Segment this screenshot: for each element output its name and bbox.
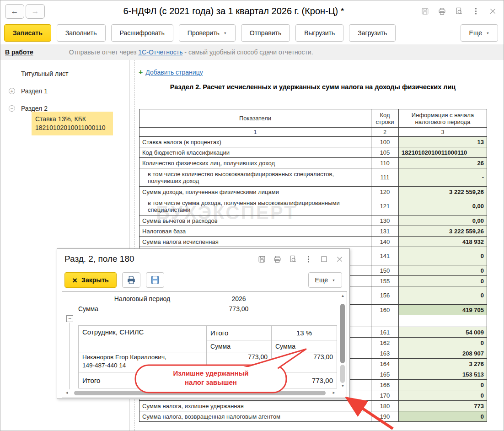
table-row-110[interactable]: Количество физических лиц, получивших до… <box>139 158 487 168</box>
table-row-105[interactable]: Код бюджетной классификации1051821010201… <box>139 147 487 158</box>
close-button[interactable]: × Закрыть <box>64 272 117 288</box>
forward-button[interactable]: → <box>26 4 45 19</box>
col-num-3: 3 <box>399 128 487 137</box>
vertical-scroll-thumb[interactable] <box>340 304 345 363</box>
collapse-icon[interactable]: − <box>9 105 15 112</box>
toolbar-button-2[interactable]: Заполнить <box>57 24 106 42</box>
row-value[interactable]: 0 <box>399 276 487 286</box>
popup-title: Разд. 2, поле 180 <box>64 254 134 264</box>
more-icon[interactable] <box>304 255 313 264</box>
row-value[interactable]: 0,00 <box>399 216 487 226</box>
table-row-140[interactable]: Сумма налога исчисленная140418 932 <box>139 237 487 247</box>
row-value[interactable] <box>399 315 487 327</box>
sidebar-item-3[interactable]: −Раздел 2 <box>21 105 129 112</box>
row-code: 150 <box>371 265 399 276</box>
table-row-121[interactable]: в том числе сумма дохода, полученная выс… <box>139 197 487 216</box>
table-row-131[interactable]: Налоговая база1313 222 559,26 <box>139 226 487 237</box>
row-value[interactable]: 13 <box>399 137 487 147</box>
print-icon[interactable] <box>273 255 282 264</box>
save-file-button[interactable] <box>146 272 164 288</box>
row-code: 141 <box>371 247 399 265</box>
row-label: Количество физических лиц, получивших до… <box>139 158 371 168</box>
save-icon[interactable] <box>257 255 266 264</box>
maximize-icon[interactable] <box>320 255 328 264</box>
popup-more-button[interactable]: Еще ▼ <box>308 272 342 288</box>
app-window: ← → 6-НДФЛ (с 2021 года) за 1 квартал 20… <box>0 0 504 431</box>
grid-total-rate: 773,00 <box>272 372 337 388</box>
status-state-link[interactable]: В работе <box>5 48 33 56</box>
toolbar-button-6[interactable]: Выгрузить <box>295 24 343 42</box>
row-value[interactable]: - <box>399 168 487 187</box>
row-label: Сумма вычетов и расходов <box>139 216 371 226</box>
collapse-group-button[interactable]: − <box>66 315 73 322</box>
close-icon[interactable] <box>488 6 497 16</box>
preview-icon[interactable] <box>289 255 297 264</box>
horizontal-scrollbar[interactable]: ◄ ► <box>64 390 337 396</box>
close-icon[interactable] <box>335 255 344 264</box>
1c-reporting-link[interactable]: 1С-Отчетность <box>138 48 182 56</box>
scroll-up-icon[interactable]: ▲ <box>340 294 346 298</box>
table-row-130[interactable]: Сумма вычетов и расходов1300,00 <box>139 216 487 226</box>
table-row-190[interactable]: Сумма налога, возвращенная налоговым аге… <box>139 411 487 422</box>
preview-icon[interactable] <box>454 6 463 16</box>
row-value[interactable]: 773 <box>399 401 487 411</box>
row-value[interactable]: 153 513 <box>399 369 487 380</box>
employee-row[interactable]: Никаноров Егор Кириллович, 149-487-440 1… <box>79 352 337 372</box>
row-value[interactable]: 0 <box>399 286 487 305</box>
table-row-180[interactable]: Сумма налога, излишне удержанная180773 <box>139 401 487 411</box>
row-value[interactable]: 0 <box>399 390 487 401</box>
scroll-right-icon[interactable]: ► <box>332 391 336 395</box>
print-button[interactable] <box>122 272 140 288</box>
row-label: Сумма налога, излишне удержанная <box>139 401 371 411</box>
row-code: 105 <box>371 147 399 158</box>
table-row-111[interactable]: в том числе количество высококвалифициро… <box>139 168 487 187</box>
toolbar-button-3[interactable]: Расшифровать <box>111 24 173 42</box>
table-row-120[interactable]: Сумма дохода, полученная физическими лиц… <box>139 187 487 197</box>
sidebar-item-1[interactable]: Титульный лист <box>21 70 129 77</box>
save-icon[interactable] <box>420 6 429 16</box>
row-value[interactable]: 0 <box>399 380 487 390</box>
table-row-100[interactable]: Ставка налога (в процентах)10013 <box>139 137 487 147</box>
row-value[interactable]: 419 705 <box>399 305 487 315</box>
grid-header-row: Сотрудник, СНИЛС Итого 13 % <box>79 326 337 340</box>
row-value[interactable]: 18210102010011000110 <box>399 147 487 158</box>
row-value[interactable]: 3 222 559,26 <box>399 226 487 237</box>
more-button[interactable]: Еще▼ <box>461 24 498 42</box>
print-icon[interactable] <box>437 6 446 16</box>
row-value[interactable]: 3 222 559,26 <box>399 187 487 197</box>
toolbar-button-4[interactable]: Проверить▼ <box>179 24 236 42</box>
row-value[interactable]: 208 907 <box>399 348 487 359</box>
row-value[interactable]: 0 <box>399 338 487 348</box>
sidebar-item-label: Титульный лист <box>21 70 68 77</box>
sidebar-item-2[interactable]: +Раздел 1 <box>21 87 129 95</box>
toolbar-button-1[interactable]: Записать <box>4 24 51 42</box>
row-value[interactable]: 418 932 <box>399 237 487 247</box>
row-value[interactable]: 0 <box>399 265 487 276</box>
row-value[interactable]: 26 <box>399 158 487 168</box>
row-code: 165 <box>371 369 399 380</box>
row-value[interactable]: 0,00 <box>399 197 487 216</box>
row-code: 155 <box>371 276 399 286</box>
expand-icon[interactable]: + <box>9 88 15 94</box>
toolbar-button-label: Записать <box>13 29 43 37</box>
sidebar-item-rate-13[interactable]: Ставка 13%, КБК 18210102010011000110 <box>32 112 113 135</box>
row-label: Сумма налога исчисленная <box>139 237 371 247</box>
row-value[interactable]: 0 <box>399 247 487 265</box>
row-value[interactable]: 54 009 <box>399 327 487 338</box>
back-button[interactable]: ← <box>5 4 24 19</box>
row-code: 190 <box>371 411 399 422</box>
row-value[interactable]: 0 <box>399 411 487 422</box>
popup-more-label: Еще <box>315 276 328 284</box>
row-code: 164 <box>371 359 399 369</box>
scroll-down-icon[interactable]: ▼ <box>340 384 346 388</box>
row-code: 156 <box>371 286 399 305</box>
row-value[interactable]: 3 276 <box>399 359 487 369</box>
add-page-link[interactable]: + Добавить страницу <box>139 68 203 76</box>
more-icon[interactable] <box>471 6 480 16</box>
scroll-left-icon[interactable]: ◄ <box>65 391 69 395</box>
vertical-scrollbar[interactable]: ▲ ▼ <box>340 294 346 388</box>
horizontal-scroll-thumb[interactable] <box>74 391 326 395</box>
toolbar-button-5[interactable]: Отправить <box>241 24 290 42</box>
toolbar-button-7[interactable]: Загрузить <box>349 24 396 42</box>
rate-header: 13 % <box>272 326 337 340</box>
